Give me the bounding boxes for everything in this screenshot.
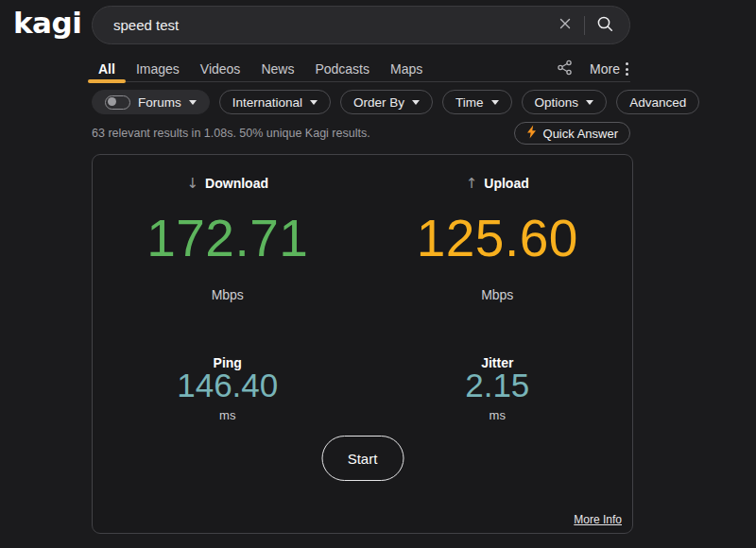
download-label: Download (205, 176, 268, 191)
tab-all-label: All (98, 61, 115, 77)
kagi-search-page: kagi All Images Videos News Podcasts Map… (0, 0, 756, 548)
kebab-menu-icon (626, 62, 628, 76)
share-button[interactable] (555, 58, 575, 80)
search-divider (584, 16, 585, 35)
tab-maps[interactable]: Maps (380, 57, 433, 81)
tab-videos[interactable]: Videos (190, 57, 251, 81)
ping-unit: ms (93, 408, 363, 422)
tab-news-label: News (261, 61, 294, 77)
time-label: Time (455, 95, 484, 110)
tab-maps-label: Maps (390, 61, 422, 77)
more-label: More (590, 61, 620, 77)
options-label: Options (535, 95, 579, 110)
time-dropdown[interactable]: Time (442, 90, 512, 114)
advanced-label: Advanced (629, 95, 686, 110)
chevron-down-icon (586, 100, 593, 105)
results-info-row: 63 relevant results in 1.08s. 50% unique… (92, 122, 630, 145)
tabs-right-actions: More (555, 58, 630, 80)
search-actions (556, 13, 616, 38)
filter-bar: Forums International Order By Time Optio… (92, 90, 699, 114)
upload-header: ↑Upload (363, 175, 633, 192)
jitter-unit: ms (363, 408, 633, 422)
metric-header-row: ↓Download ↑Upload (93, 175, 632, 192)
tab-videos-label: Videos (200, 61, 241, 77)
more-info-link[interactable]: More Info (574, 513, 622, 526)
metric-value-row: 172.71 125.60 (93, 208, 632, 268)
forums-toggle-pill[interactable]: Forums (92, 90, 210, 114)
download-value: 172.71 (93, 208, 363, 268)
jitter-value: 2.15 (363, 367, 633, 404)
metric-unit-row: Mbps Mbps (93, 287, 632, 302)
advanced-button[interactable]: Advanced (616, 90, 699, 114)
start-test-button[interactable]: Start (321, 436, 404, 481)
search-input[interactable] (113, 17, 556, 33)
search-icon (596, 15, 614, 36)
chevron-down-icon (412, 100, 420, 105)
download-unit: Mbps (93, 287, 363, 302)
clear-search-button[interactable] (556, 14, 575, 36)
tab-images-label: Images (136, 61, 180, 77)
international-dropdown[interactable]: International (219, 90, 331, 114)
upload-value: 125.60 (363, 208, 633, 268)
download-header: ↓Download (93, 175, 363, 192)
forums-label: Forums (138, 95, 181, 110)
arrow-up-icon: ↑ (466, 175, 478, 192)
order-by-label: Order By (353, 95, 404, 110)
upload-unit: Mbps (363, 287, 633, 302)
results-summary: 63 relevant results in 1.08s. 50% unique… (92, 127, 370, 140)
forums-toggle-icon[interactable] (105, 95, 130, 110)
tab-images[interactable]: Images (126, 57, 190, 81)
share-icon (557, 60, 573, 78)
kagi-logo[interactable]: kagi (13, 6, 81, 40)
chevron-down-icon (310, 100, 318, 105)
ping-value: 146.40 (93, 367, 363, 404)
tab-news[interactable]: News (250, 57, 304, 81)
tab-podcasts-label: Podcasts (315, 61, 369, 77)
options-dropdown[interactable]: Options (522, 90, 608, 114)
tab-podcasts[interactable]: Podcasts (304, 57, 380, 81)
lightning-icon (526, 125, 537, 142)
close-icon (558, 16, 573, 34)
quick-answer-button[interactable]: Quick Answer (514, 122, 630, 145)
order-by-dropdown[interactable]: Order By (340, 90, 433, 114)
arrow-down-icon: ↓ (187, 175, 199, 192)
chevron-down-icon (189, 100, 197, 105)
latency-unit-row: ms ms (93, 408, 632, 422)
tab-all[interactable]: All (88, 57, 126, 81)
upload-label: Upload (484, 176, 528, 191)
quick-answer-label: Quick Answer (543, 127, 618, 141)
speed-test-widget: ↓Download ↑Upload 172.71 125.60 Mbps Mbp… (92, 154, 633, 534)
search-tabs: All Images Videos News Podcasts Maps Mor… (88, 57, 630, 82)
chevron-down-icon (491, 100, 499, 105)
more-menu-button[interactable]: More (590, 61, 628, 77)
international-label: International (232, 95, 302, 110)
search-submit-button[interactable] (594, 13, 616, 38)
latency-value-row: 146.40 2.15 (93, 367, 632, 404)
search-bar[interactable] (92, 6, 630, 44)
